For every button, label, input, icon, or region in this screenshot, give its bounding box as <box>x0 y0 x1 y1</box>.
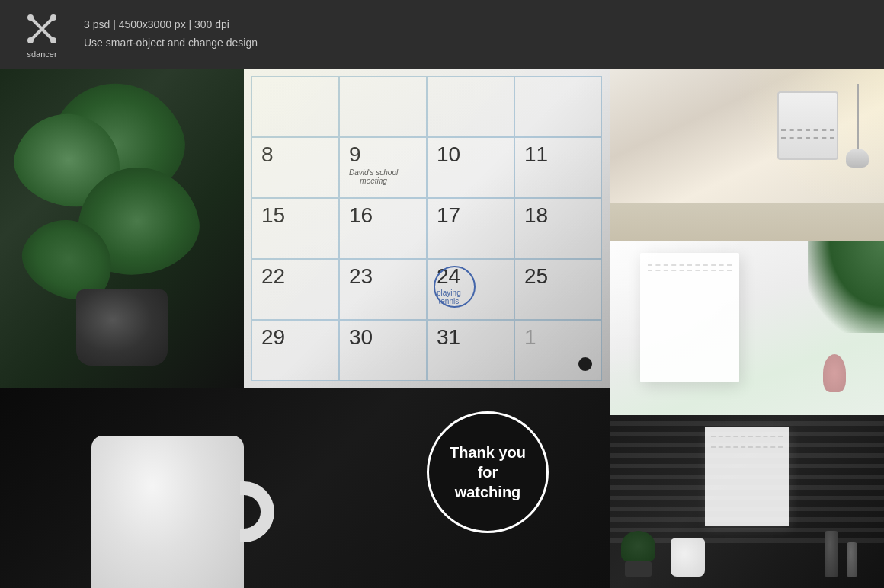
bottle <box>825 531 838 577</box>
cal-cell-24: 24 playingtennis <box>427 259 514 320</box>
calendar-dot <box>578 357 592 371</box>
monitor-mockup <box>777 91 838 160</box>
thank-you-circle: Thank you for watching <box>427 411 549 533</box>
logo-icon <box>23 10 61 48</box>
info-line1: 3 psd | 4500x3000 px | 300 dpi <box>84 16 258 34</box>
right-panel <box>610 69 884 588</box>
plant-pot-small <box>625 561 652 577</box>
plant-leaves-small <box>621 531 655 561</box>
small-mug <box>671 538 705 577</box>
svg-point-4 <box>27 37 34 43</box>
accessory <box>823 354 846 392</box>
dotted-line-2 <box>781 137 834 139</box>
white-frame <box>705 427 789 526</box>
paper-line-1 <box>648 264 732 266</box>
bottom-section: Thank you for watching <box>0 388 610 588</box>
thank-you-text: Thank you for watching <box>450 443 526 502</box>
left-panel: 8 9 David's schoolmeeting 10 11 15 <box>0 69 610 588</box>
logo-container: sdancer <box>15 10 69 59</box>
header: sdancer 3 psd | 4500x3000 px | 300 dpi U… <box>0 0 884 69</box>
cal-cell-10: 10 <box>427 137 514 198</box>
lamp <box>846 84 869 175</box>
leaves-right <box>808 241 884 333</box>
lamp-head <box>846 149 869 168</box>
top-section: 8 9 David's schoolmeeting 10 11 15 <box>0 69 610 388</box>
cal-cell-31: 31 <box>427 320 514 381</box>
logo-text: sdancer <box>27 50 56 59</box>
blind-line-1 <box>610 421 884 426</box>
cal-cell-29: 29 <box>251 320 339 381</box>
svg-point-5 <box>50 37 56 43</box>
cal-cell-1: 1 <box>514 320 602 381</box>
svg-point-3 <box>50 14 56 21</box>
right-image-2 <box>610 241 884 414</box>
cal-cell-17: 17 <box>427 198 514 259</box>
cal-cell-empty-1 <box>251 76 339 137</box>
cal-cell-empty-2 <box>339 76 427 137</box>
mug-body <box>91 436 244 588</box>
cal-cell-empty-4 <box>514 76 602 137</box>
bottle-2 <box>847 542 857 577</box>
desk-surface <box>610 203 884 241</box>
info-line2: Use smart-object and change design <box>84 34 258 53</box>
cal-cell-18: 18 <box>514 198 602 259</box>
right-image-3 <box>610 415 884 588</box>
cal-cell-9: 9 David's schoolmeeting <box>339 137 427 198</box>
plant-pot <box>76 289 168 366</box>
plant-background <box>0 69 251 388</box>
cal-cell-23: 23 <box>339 259 427 320</box>
header-info: 3 psd | 4500x3000 px | 300 dpi Use smart… <box>84 16 258 53</box>
dotted-line-1 <box>781 129 834 131</box>
small-plant <box>621 531 655 573</box>
paper-mockup <box>640 253 739 382</box>
cal-cell-30: 30 <box>339 320 427 381</box>
mug-container <box>91 436 244 588</box>
main-content: 8 9 David's schoolmeeting 10 11 15 <box>0 69 884 588</box>
cal-cell-25: 25 <box>514 259 602 320</box>
lamp-pole <box>857 84 859 152</box>
calendar-grid: 8 9 David's schoolmeeting 10 11 15 <box>244 69 610 388</box>
cal-cell-22: 22 <box>251 259 339 320</box>
cal-cell-16: 16 <box>339 198 427 259</box>
paper-line-2 <box>648 270 732 271</box>
frame-line-1 <box>711 436 783 437</box>
cal-cell-15: 15 <box>251 198 339 259</box>
calendar-circle <box>434 266 476 308</box>
svg-point-2 <box>27 14 34 21</box>
cal-cell-8: 8 <box>251 137 339 198</box>
cal-cell-11: 11 <box>514 137 602 198</box>
frame-line-2 <box>711 446 783 448</box>
cal-cell-empty-3 <box>427 76 514 137</box>
calendar-board: 8 9 David's schoolmeeting 10 11 15 <box>244 69 610 388</box>
right-image-1 <box>610 69 884 241</box>
